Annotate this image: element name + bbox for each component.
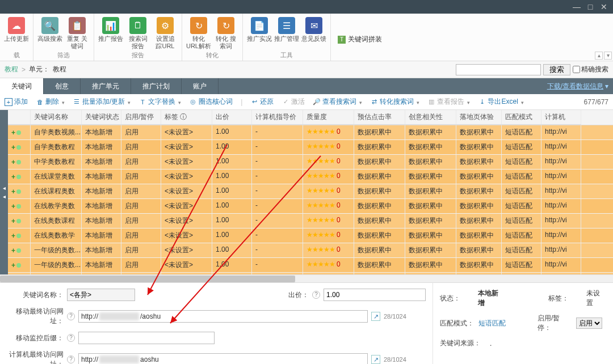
ribbon-item[interactable]: ↻转化 搜索词: [213, 16, 239, 50]
tab-2[interactable]: 推广单元: [81, 78, 131, 94]
keyword-assemble-button[interactable]: T 关键词拼装: [338, 18, 382, 61]
table-row[interactable]: +在线教学奥数本地新增启用<未设置>1.00-★★★★★0数据积累中数据积累中数…: [8, 199, 613, 214]
table-row[interactable]: +在线奥数课程本地新增启用<未设置>1.00-★★★★★0数据积累中数据积累中数…: [8, 214, 613, 228]
help-icon[interactable]: ?: [67, 334, 75, 342]
ribbon-item[interactable]: 📄推广实况: [246, 16, 272, 50]
text-replace-button[interactable]: T文字替换: [138, 97, 181, 107]
help-icon[interactable]: ?: [67, 312, 75, 320]
activate-button[interactable]: ✓激活: [282, 97, 305, 107]
ribbon-item[interactable]: ✉意见反馈: [301, 16, 327, 50]
col-header[interactable]: 启用/暂停: [121, 110, 161, 125]
ribbon-item[interactable]: ↻转化 URL解析: [186, 16, 212, 50]
tab-1[interactable]: 创意: [44, 78, 81, 94]
left-collapse-handle[interactable]: ◂◂: [0, 110, 8, 274]
kw-name-input[interactable]: [67, 289, 135, 301]
pc-url-counter: 28/1024: [384, 356, 406, 363]
col-header[interactable]: 出价: [212, 110, 252, 125]
ribbon-item[interactable]: ☰推广管理: [274, 16, 300, 50]
open-link-icon[interactable]: ↗: [371, 355, 380, 364]
horizontal-scrollbar[interactable]: [0, 274, 613, 282]
ribbon-down-icon[interactable]: ▾: [604, 52, 612, 60]
minimize-button[interactable]: —: [570, 2, 583, 11]
search-button[interactable]: 搜索: [543, 64, 570, 75]
table-row[interactable]: +一年级的奥数...本地新增启用<未设置>1.00-★★★★★0数据积累中数据积…: [8, 258, 613, 273]
scroll-thumb[interactable]: [0, 276, 295, 282]
batch-add-button[interactable]: ☰批量添加/更新: [73, 97, 131, 107]
cell: 启用: [121, 228, 161, 243]
close-button[interactable]: ✕: [597, 2, 611, 11]
crumb-category[interactable]: 教程: [5, 65, 18, 74]
ribbon-item[interactable]: ⚙设置追 踪URL: [152, 16, 178, 50]
ribbon-item[interactable]: ☁上传更新: [3, 16, 30, 50]
search-input[interactable]: [456, 64, 541, 75]
cell: http://vi: [541, 228, 581, 243]
help-icon[interactable]: ?: [67, 355, 75, 363]
cell: 1.00: [212, 258, 252, 272]
cell: 数据积累中: [405, 199, 456, 213]
col-header[interactable]: 匹配模式: [502, 110, 541, 125]
cell: 启用: [121, 214, 161, 228]
cell: 数据积累中: [354, 214, 405, 228]
ribbon-group-title: 筛选: [37, 50, 90, 61]
exact-checkbox-input[interactable]: [573, 66, 580, 73]
tab-3[interactable]: 推广计划: [131, 78, 182, 94]
add-row-icon: +: [11, 129, 15, 137]
ribbon-item[interactable]: 📊推广报告: [98, 16, 124, 50]
restore-button[interactable]: ↩还原: [250, 97, 274, 107]
mobile-url-input[interactable]: http:// /aoshu: [78, 310, 368, 323]
cell: 启用: [121, 170, 161, 184]
table-row[interactable]: +中学奥数教程本地新增启用<未设置>1.00-★★★★★0数据积累中数据积累中数…: [8, 155, 613, 170]
view-query-button[interactable]: 🔎查看搜索词: [313, 97, 362, 107]
table-row[interactable]: +一年级的奥数...本地新增启用<未设置>1.00-★★★★★0数据积累中数据积…: [8, 243, 613, 258]
maximize-button[interactable]: □: [583, 2, 597, 11]
tab-4[interactable]: 账户: [182, 78, 219, 94]
convert-query-button[interactable]: ⇄转化搜索词: [370, 97, 419, 107]
col-header[interactable]: 标签 ⓘ: [161, 110, 212, 125]
col-header[interactable]: 关键词名称: [31, 110, 82, 125]
col-header[interactable]: 创意相关性: [405, 110, 456, 125]
col-header[interactable]: 预估点击率: [354, 110, 405, 125]
mobile-track-input[interactable]: [78, 332, 215, 344]
pc-url-input[interactable]: http:// aoshu: [78, 353, 368, 364]
col-header[interactable]: 落地页体验: [456, 110, 502, 125]
pc-url-label: 计算机最终访问网址：: [7, 350, 64, 364]
ribbon-up-icon[interactable]: ▴: [595, 52, 603, 60]
col-header[interactable]: [8, 110, 31, 125]
cell: http://vi: [541, 214, 581, 228]
cell: 1.00: [212, 184, 252, 198]
cell: -: [252, 258, 303, 272]
col-header[interactable]: 计算机: [541, 110, 581, 125]
cell: 本地新增: [82, 125, 121, 139]
table-row[interactable]: +自学奥数视频...本地新增启用<未设置>1.00-★★★★★0数据积累中数据积…: [8, 125, 613, 140]
table-row[interactable]: +在线奥数教学本地新增启用<未设置>1.00-★★★★★0数据积累中数据积累中数…: [8, 228, 613, 243]
ribbon-icon: ☰: [278, 17, 295, 34]
col-header[interactable]: 质量度: [303, 110, 354, 125]
add-button[interactable]: +添加: [5, 97, 28, 107]
add-row-icon: +: [11, 158, 15, 166]
table-row[interactable]: +在线课程奥数本地新增启用<未设置>1.00-★★★★★0数据积累中数据积累中数…: [8, 184, 613, 199]
core-word-button[interactable]: ◎圈选核心词: [189, 97, 233, 107]
match-value[interactable]: 短语匹配: [478, 319, 506, 328]
enable-select[interactable]: 启用: [576, 318, 602, 329]
bid-input[interactable]: [324, 289, 426, 301]
data-grid[interactable]: 关键词名称关键词状态启用/暂停标签 ⓘ出价计算机指导价质量度预估点击率创意相关性…: [8, 110, 613, 274]
ribbon-item[interactable]: 🔍高级搜索: [37, 16, 63, 50]
view-report-button[interactable]: ▥查看报告: [427, 97, 470, 107]
ribbon-label: 高级搜索: [37, 35, 62, 43]
exact-search-checkbox[interactable]: 精确搜索: [573, 65, 608, 74]
ribbon-item[interactable]: 📋重复 关键词: [64, 16, 90, 50]
col-header[interactable]: 关键词状态: [82, 110, 121, 125]
col-header[interactable]: 计算机指导价: [252, 110, 303, 125]
table-row[interactable]: +自学奥数教程本地新增启用<未设置>1.00-★★★★★0数据积累中数据积累中数…: [8, 140, 613, 155]
table-row[interactable]: +在线课堂奥数本地新增启用<未设置>1.00-★★★★★0数据积累中数据积累中数…: [8, 170, 613, 184]
download-data-link[interactable]: 下载/查看数据信息: [547, 82, 603, 91]
export-excel-button[interactable]: ⤓导出Excel: [478, 97, 523, 107]
open-link-icon[interactable]: ↗: [371, 312, 380, 321]
cell: 数据积累中: [405, 125, 456, 139]
delete-button[interactable]: 🗑删除: [36, 97, 65, 107]
ribbon-item[interactable]: 🗒搜索词 报告: [125, 16, 151, 50]
help-icon[interactable]: ?: [312, 291, 320, 299]
tab-0[interactable]: 关键词: [0, 78, 44, 94]
ribbon-label: 设置追 踪URL: [152, 35, 178, 50]
cell: +: [8, 228, 31, 243]
